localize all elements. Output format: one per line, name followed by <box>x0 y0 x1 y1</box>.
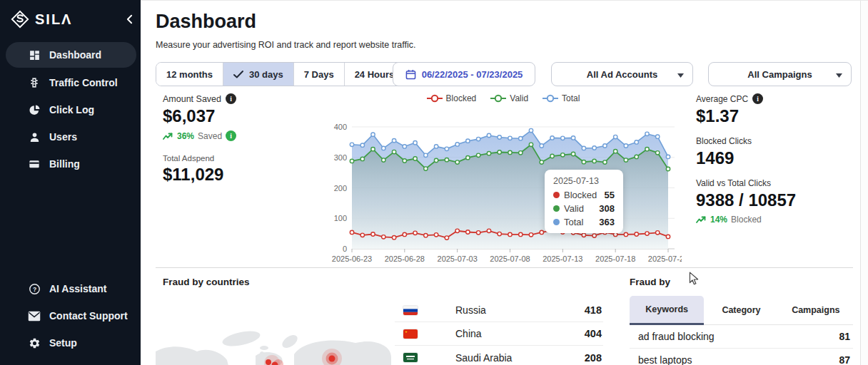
fraud-by-tabbar: Keywords Category Campaigns <box>630 296 853 325</box>
gear-icon <box>27 336 41 350</box>
world-map <box>156 292 391 365</box>
sidebar-item-users[interactable]: Users <box>6 124 136 150</box>
legend-marker-icon <box>490 94 506 103</box>
range-30-days-button[interactable]: 30 days <box>223 63 294 86</box>
saved-trend-row: 36% Saved i <box>163 130 316 141</box>
tab-keywords[interactable]: Keywords <box>630 296 704 325</box>
country-name: Saudi Arabia <box>455 352 512 364</box>
sidebar-item-traffic-control[interactable]: Traffic Control <box>6 70 136 96</box>
country-value: 404 <box>585 328 602 339</box>
avg-cpc-label: Average CPC <box>696 94 748 104</box>
sidebar-item-label: Billing <box>49 158 80 170</box>
date-range-segmented-control: 12 months 30 days 7 Days 24 Hours <box>156 62 405 86</box>
credit-card-icon <box>27 157 41 171</box>
sidebar-item-label: Traffic Control <box>49 77 118 88</box>
stats-right: Average CPC i $1.37 Blocked Clicks 1469 … <box>696 93 859 225</box>
range-7-days-button[interactable]: 7 Days <box>294 63 345 86</box>
svg-text:300: 300 <box>334 153 347 162</box>
page-title: Dashboard <box>156 11 256 33</box>
tooltip-row-blocked: Blocked 55 <box>553 190 615 200</box>
tooltip-date: 2025-07-13 <box>553 176 615 186</box>
total-adspend-value: $11,029 <box>163 165 316 185</box>
traffic-chart[interactable]: Blocked Valid Total <box>325 91 682 269</box>
legend-marker-icon <box>427 94 443 103</box>
sidebar-item-ai-assistant[interactable]: ? AI Assistant <box>6 276 136 302</box>
stats-left: Amount Saved i $6,037 36% Saved i Total … <box>163 93 316 185</box>
amount-saved-label: Amount Saved <box>163 94 221 104</box>
svg-text:100: 100 <box>334 214 347 222</box>
avg-cpc-label-row: Average CPC i <box>696 93 859 104</box>
fraud-by-title: Fraud by <box>630 277 670 287</box>
tooltip-row-valid: Valid 308 <box>553 203 615 214</box>
valid-vs-total-value: 9388 / 10857 <box>696 190 859 210</box>
range-label: 24 Hours <box>355 69 395 80</box>
sidebar: SILΛ Dashboard Traffic Control Click Log… <box>0 0 141 365</box>
tooltip-value: 308 <box>599 203 615 214</box>
blocked-clicks-value: 1469 <box>696 148 859 168</box>
sidebar-item-click-log[interactable]: Click Log <box>6 97 136 123</box>
sidebar-item-dashboard[interactable]: Dashboard <box>6 42 136 68</box>
section-divider <box>156 267 853 268</box>
campaigns-dropdown[interactable]: All Campaigns <box>708 62 852 86</box>
logo-row: SILΛ <box>10 6 133 32</box>
country-row-china[interactable]: China 404 <box>395 322 603 346</box>
country-value: 418 <box>585 304 602 316</box>
svg-text:2025-07-23: 2025-07-23 <box>648 255 682 263</box>
sidebar-item-contact-support[interactable]: Contact Support <box>6 303 136 329</box>
legend-label: Blocked <box>446 93 477 103</box>
sidebar-item-label: Click Log <box>49 104 94 115</box>
svg-text:400: 400 <box>334 123 347 131</box>
page-subtitle: Measure your advertising ROI and track a… <box>156 40 416 50</box>
date-range-value: 06/22/2025 - 07/23/2025 <box>422 69 523 80</box>
info-icon[interactable]: i <box>226 93 236 104</box>
legend-item-total[interactable]: Total <box>542 93 580 103</box>
ad-accounts-value: All Ad Accounts <box>587 69 657 80</box>
date-range-picker[interactable]: 06/22/2025 - 07/23/2025 <box>393 62 535 86</box>
range-label: 7 Days <box>304 69 334 80</box>
sidebar-item-billing[interactable]: Billing <box>6 151 136 177</box>
keyword-value: 87 <box>839 354 850 365</box>
logo-text: SILΛ <box>35 11 72 28</box>
sila-logo-icon <box>10 9 30 29</box>
sidebar-collapse-button[interactable] <box>126 14 133 24</box>
svg-text:?: ? <box>32 285 36 292</box>
keyword-row[interactable]: best laptops 87 <box>630 349 853 365</box>
svg-text:2025-07-08: 2025-07-08 <box>490 255 530 263</box>
scrollbar[interactable] <box>860 1 868 365</box>
saved-suffix: Saved <box>198 131 222 141</box>
tab-category[interactable]: Category <box>704 296 778 324</box>
tab-campaigns[interactable]: Campaigns <box>779 296 853 324</box>
sidebar-item-label: AI Assistant <box>49 283 106 294</box>
keyword-value: 81 <box>839 331 850 342</box>
keyword-row[interactable]: ad fraud blocking 81 <box>630 325 853 349</box>
legend-marker-icon <box>542 94 558 103</box>
tooltip-label: Total <box>564 217 595 227</box>
country-name: China <box>455 328 482 339</box>
legend-label: Valid <box>510 93 528 103</box>
country-row-russia[interactable]: Russia 418 <box>395 299 603 322</box>
dashboard-grid-icon <box>27 48 41 62</box>
blocked-suffix: Blocked <box>731 215 762 225</box>
chart-legend: Blocked Valid Total <box>325 93 682 103</box>
svg-text:0: 0 <box>343 245 347 253</box>
sidebar-item-setup[interactable]: Setup <box>6 330 136 356</box>
keyword-label: ad fraud blocking <box>638 331 715 342</box>
legend-item-valid[interactable]: Valid <box>490 93 528 103</box>
keyword-label: best laptops <box>638 354 692 365</box>
legend-item-blocked[interactable]: Blocked <box>427 93 477 103</box>
traffic-chart-svg[interactable]: 01002003004002025-06-232025-06-282025-07… <box>325 91 682 269</box>
range-12-months-button[interactable]: 12 months <box>156 63 223 86</box>
info-icon-green[interactable]: i <box>226 130 236 141</box>
ad-accounts-dropdown[interactable]: All Ad Accounts <box>551 62 693 86</box>
calendar-icon <box>405 69 416 80</box>
avg-cpc-value: $1.37 <box>696 106 859 126</box>
pie-chart-icon <box>27 103 41 117</box>
traffic-light-icon <box>27 76 41 90</box>
country-row-saudi-arabia[interactable]: Saudi Arabia 208 <box>395 346 603 365</box>
svg-text:2025-06-28: 2025-06-28 <box>385 255 425 263</box>
sidebar-item-label: Contact Support <box>49 310 128 322</box>
total-dot-icon <box>553 219 560 225</box>
svg-text:2025-07-03: 2025-07-03 <box>438 255 478 263</box>
info-icon[interactable]: i <box>752 93 763 104</box>
svg-text:2025-07-13: 2025-07-13 <box>542 255 582 263</box>
